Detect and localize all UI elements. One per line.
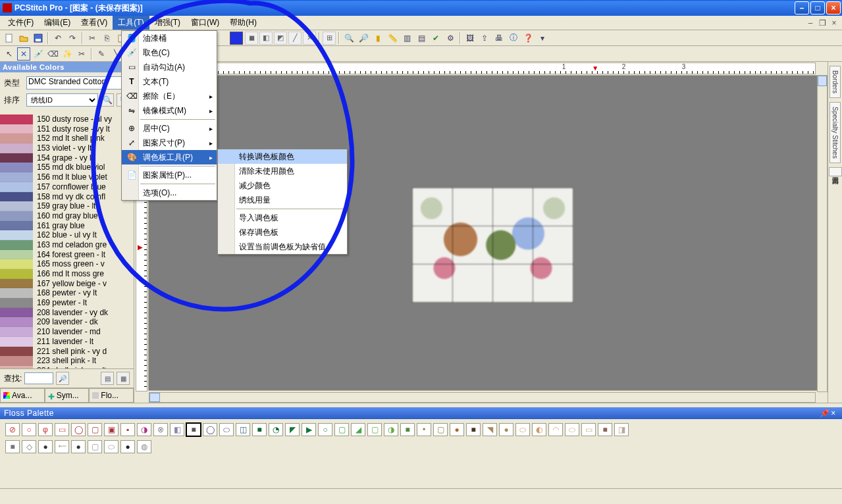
save-button[interactable] [32, 32, 45, 45]
floss-cell[interactable]: ◧ [170, 423, 184, 436]
list-view-icon[interactable]: ▤ [101, 372, 114, 385]
color-swatch[interactable] [0, 182, 33, 192]
color-list-row[interactable]: 166 md lt moss gre [33, 269, 134, 279]
stitch-half-icon[interactable]: ◧ [259, 32, 273, 45]
menu-file[interactable]: 文件(F) [3, 16, 39, 30]
tab-available[interactable]: Ava... [0, 388, 45, 403]
color-swatch[interactable] [0, 201, 33, 211]
color-swatch[interactable] [0, 250, 33, 260]
menu-enhance[interactable]: 增强(T) [149, 16, 186, 30]
color-swatch[interactable] [0, 327, 33, 337]
mdi-close[interactable]: × [829, 18, 839, 28]
submenu-save[interactable]: 保存调色板 [218, 225, 347, 239]
menu-auto-outline[interactable]: ▭自动勾边(A) [122, 60, 217, 74]
submenu-default[interactable]: 设置当前调色板为缺省值 [218, 239, 347, 254]
draw-tool[interactable]: ✕ [17, 47, 30, 61]
color-list-row[interactable]: 157 cornflower blue [33, 182, 134, 192]
floss-cell[interactable]: ◑ [384, 423, 398, 436]
floss-cell[interactable]: ◤ [285, 423, 300, 436]
color-swatch[interactable] [0, 124, 33, 134]
floss-cell[interactable]: ⬭ [219, 423, 234, 436]
print-button[interactable]: 🖶 [492, 32, 506, 45]
color-list-row[interactable]: 221 shell pink - vy d [33, 347, 134, 357]
layout2-button[interactable]: ▤ [415, 32, 428, 45]
color-swatch[interactable] [0, 269, 33, 279]
floss-cell[interactable]: ▭ [55, 423, 69, 436]
workspace-vscrollbar[interactable] [817, 75, 828, 392]
redo-button[interactable]: ↷ [66, 32, 79, 45]
find-go-icon[interactable]: 🔎 [56, 372, 69, 385]
color-list-row[interactable]: 152 md lt shell pink [33, 134, 134, 143]
zoom-in-button[interactable]: 🔍 [342, 32, 355, 45]
grid-view-icon[interactable]: ▦ [117, 372, 130, 385]
layout1-button[interactable]: ▥ [400, 32, 413, 45]
menu-paint-bucket[interactable]: 🪣油漆桶 [122, 31, 217, 45]
menu-mirror[interactable]: ⇋镜像模式(M)▸ [122, 103, 217, 118]
color-swatch[interactable] [0, 221, 33, 231]
find-input[interactable] [24, 372, 53, 384]
rtab-specialty[interactable]: Specialty Stitches [829, 102, 841, 163]
floss-cell[interactable]: ◢ [351, 423, 365, 436]
floss-cell[interactable]: ■ [466, 423, 481, 436]
color-list-row[interactable]: 155 md dk blue viol [33, 163, 134, 172]
color-list-row[interactable]: 168 pewter - vy lt [33, 288, 134, 298]
color-list-row[interactable]: 161 gray blue [33, 221, 134, 231]
floss-cell[interactable]: ▢ [433, 423, 448, 436]
floss-cell[interactable]: ■ [186, 423, 201, 436]
color-list-row[interactable]: 211 lavender - lt [33, 337, 134, 347]
floss-cell[interactable]: ◠ [548, 423, 563, 436]
floss-cell[interactable]: ◔ [269, 423, 283, 436]
color-swatch[interactable] [0, 143, 33, 153]
floss-cell[interactable]: ⬭ [565, 423, 579, 436]
menu-pick-color[interactable]: 💉取色(C) [122, 45, 217, 60]
color-list-row[interactable]: 223 shell pink - lt [33, 356, 134, 366]
floss-cell[interactable]: ◯ [71, 423, 86, 436]
color-swatch[interactable] [0, 308, 33, 318]
color-swatch[interactable] [0, 163, 33, 172]
floss-pin-icon[interactable]: 📌 [820, 409, 829, 418]
floss-cell[interactable]: ● [120, 440, 135, 453]
color-swatch[interactable] [0, 114, 33, 124]
color-list-row[interactable]: 159 gray blue - lt [33, 201, 134, 211]
scissors-tool[interactable]: ✂ [75, 47, 88, 61]
menu-palette-tools[interactable]: 🎨调色板工具(P)▸ [122, 150, 217, 164]
copy-button[interactable]: ⎘ [100, 32, 113, 45]
maximize-button[interactable]: □ [810, 1, 825, 14]
floss-cell[interactable]: ◯ [203, 423, 217, 436]
floss-cell[interactable]: ◥ [483, 423, 497, 436]
tab-floss[interactable]: Flo... [89, 388, 134, 403]
mdi-minimize[interactable]: – [805, 18, 816, 28]
color-swatch[interactable] [0, 279, 33, 289]
floss-cell[interactable]: ■ [5, 440, 20, 453]
floss-cell[interactable]: ⬳ [55, 440, 69, 453]
floss-cell[interactable]: ○ [318, 423, 332, 436]
color-swatch[interactable] [0, 317, 33, 327]
floss-cell[interactable]: ▭ [581, 423, 596, 436]
open-button[interactable] [17, 32, 30, 45]
color-swatch[interactable] [0, 153, 33, 163]
floss-cell[interactable]: ◨ [614, 423, 629, 436]
zoom-out-button[interactable]: 🔎 [357, 32, 370, 45]
color-list-row[interactable]: 210 lavender - md [33, 327, 134, 337]
stitch-cross-icon[interactable]: ✕ [303, 32, 316, 45]
stitch-quarter-icon[interactable]: ◩ [274, 32, 287, 45]
floss-cell[interactable]: ⊗ [153, 423, 168, 436]
floss-cell[interactable]: ○ [22, 423, 36, 436]
color-swatch[interactable] [0, 259, 33, 269]
floss-cell[interactable]: ● [499, 423, 513, 436]
color-list-row[interactable]: 156 md lt blue violet [33, 172, 134, 182]
floss-cell[interactable]: ◍ [137, 440, 151, 453]
color-list-row[interactable]: 160 md gray blue [33, 211, 134, 221]
highlighter-button[interactable]: ▮ [371, 32, 384, 45]
menu-help[interactable]: 帮助(H) [224, 16, 262, 30]
tool-a-button[interactable]: ⚙ [444, 32, 457, 45]
import-image-button[interactable]: 🖼 [463, 32, 477, 45]
stitch-back-icon[interactable]: ╱ [288, 32, 302, 45]
magic-wand-tool[interactable]: ✨ [61, 47, 74, 61]
menu-text[interactable]: T文本(T) [122, 74, 217, 89]
color-swatch[interactable] [0, 230, 33, 240]
menu-window[interactable]: 窗口(W) [186, 16, 224, 30]
minimize-button[interactable]: – [795, 1, 809, 14]
eraser-tool[interactable]: ⌫ [46, 47, 59, 61]
color-swatch[interactable] [0, 337, 33, 347]
